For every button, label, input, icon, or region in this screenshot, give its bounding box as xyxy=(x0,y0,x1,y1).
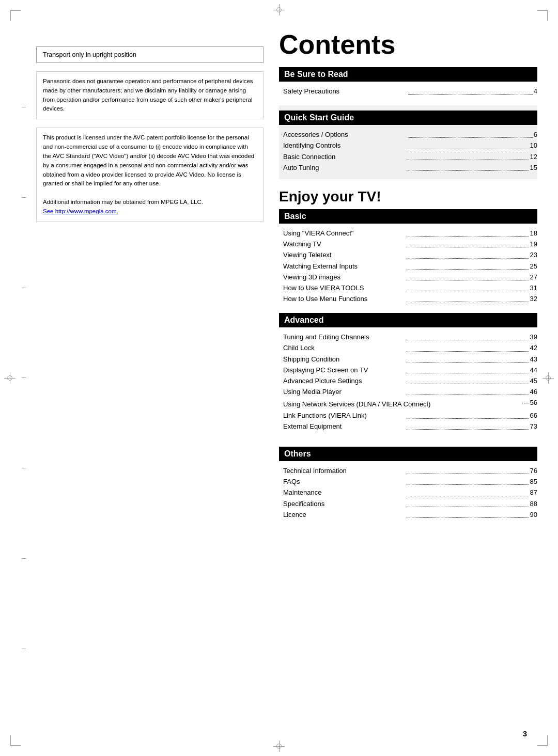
toc-page: 18 xyxy=(530,229,537,238)
avc-additional-text: Additional information may be obtained f… xyxy=(43,199,203,205)
avc-notice-text: This product is licensed under the AVC p… xyxy=(43,134,254,186)
toc-shipping-condition: Shipping Condition 43 xyxy=(283,355,537,364)
toc-dots xyxy=(407,499,529,507)
toc-watching-external: Watching External Inputs 25 xyxy=(283,262,537,271)
advanced-header: Advanced xyxy=(279,313,537,327)
toc-dots xyxy=(407,488,529,496)
advanced-items: Tuning and Editing Channels 39 Child Loc… xyxy=(279,333,537,431)
panasonic-notice-box: Panasonic does not guarantee operation a… xyxy=(36,71,264,119)
toc-dots xyxy=(407,273,529,280)
toc-viera-tools: How to Use VIERA TOOLS 31 xyxy=(283,284,537,293)
toc-label: How to Use Menu Functions xyxy=(283,294,406,304)
toc-viewing-3d: Viewing 3D images 27 xyxy=(283,273,537,282)
quick-start-items: Accessories / Options 6 Identifying Cont… xyxy=(279,130,537,172)
toc-dots xyxy=(407,355,529,363)
toc-dots xyxy=(407,294,529,302)
corner-mark-tr xyxy=(537,10,548,21)
toc-label: Tuning and Editing Channels xyxy=(283,333,406,342)
reg-mark-right xyxy=(542,372,554,384)
toc-page: 46 xyxy=(530,387,537,397)
toc-dots xyxy=(407,477,529,485)
toc-advanced-picture: Advanced Picture Settings 45 xyxy=(283,376,537,386)
enjoy-title: Enjoy your TV! xyxy=(279,188,537,205)
panasonic-notice-text: Panasonic does not guarantee operation a… xyxy=(43,78,253,112)
toc-label: Link Functions (VIERA Link) xyxy=(283,411,406,420)
toc-dots xyxy=(407,466,529,474)
transport-text: Transport only in upright position xyxy=(43,51,136,58)
toc-page: 85 xyxy=(530,477,537,486)
toc-dots xyxy=(407,422,529,430)
toc-dots-short: ···· xyxy=(521,398,529,407)
toc-label: Using Network Services (DLNA / VIERA Con… xyxy=(283,398,520,409)
toc-dots xyxy=(407,262,529,270)
others-header: Others xyxy=(279,447,537,461)
toc-page: 27 xyxy=(530,273,537,282)
toc-label: Using "VIERA Connect" xyxy=(283,229,406,238)
toc-child-lock: Child Lock 42 xyxy=(283,343,537,353)
toc-dots xyxy=(407,229,529,237)
toc-label: Auto Tuning xyxy=(283,163,406,172)
corner-mark-br xyxy=(537,735,548,746)
toc-label: Specifications xyxy=(283,499,406,509)
toc-technical-info: Technical Information 76 xyxy=(283,466,537,476)
toc-page: 56 xyxy=(530,398,537,409)
toc-viera-connect: Using "VIERA Connect" 18 xyxy=(283,229,537,238)
toc-page: 25 xyxy=(530,262,537,271)
toc-faqs: FAQs 85 xyxy=(283,477,537,486)
toc-page: 90 xyxy=(530,510,537,519)
toc-dots xyxy=(407,411,529,419)
transport-box: Transport only in upright position xyxy=(36,46,264,63)
basic-items: Using "VIERA Connect" 18 Watching TV 19 … xyxy=(279,229,537,304)
others-section: Others Technical Information 76 FAQs 85 … xyxy=(279,447,537,519)
toc-label: Licence xyxy=(283,510,406,519)
toc-label: Shipping Condition xyxy=(283,355,406,364)
toc-page: 88 xyxy=(530,499,537,509)
toc-page: 6 xyxy=(534,130,537,139)
toc-page: 4 xyxy=(534,87,537,96)
toc-viewing-teletext: Viewing Teletext 23 xyxy=(283,250,537,260)
toc-page: 39 xyxy=(530,333,537,342)
toc-label: Basic Connection xyxy=(283,152,406,162)
toc-dots xyxy=(407,510,529,518)
toc-watching-tv: Watching TV 19 xyxy=(283,240,537,249)
toc-specifications: Specifications 88 xyxy=(283,499,537,509)
quick-start-header: Quick Start Guide xyxy=(279,111,537,125)
toc-page: 43 xyxy=(530,355,537,364)
toc-accessories: Accessories / Options 6 xyxy=(283,130,537,139)
toc-dots xyxy=(407,152,529,160)
right-column: Contents Be Sure to Read Safety Precauti… xyxy=(279,31,537,529)
toc-label: Watching TV xyxy=(283,240,406,249)
toc-page: 15 xyxy=(530,163,537,172)
toc-dots xyxy=(407,333,529,340)
toc-dots xyxy=(407,284,529,291)
toc-label: Using Media Player xyxy=(283,387,406,397)
toc-network-services: Using Network Services (DLNA / VIERA Con… xyxy=(283,398,537,409)
basic-section: Basic Using "VIERA Connect" 18 Watching … xyxy=(279,209,537,304)
toc-media-player: Using Media Player 46 xyxy=(283,387,537,397)
toc-dots xyxy=(408,87,532,94)
toc-dots xyxy=(407,250,529,258)
toc-label: Maintenance xyxy=(283,488,406,497)
toc-external-equipment: External Equipment 73 xyxy=(283,422,537,431)
toc-displaying-pc: Displaying PC Screen on TV 44 xyxy=(283,366,537,375)
toc-page: 42 xyxy=(530,343,537,353)
toc-label: How to Use VIERA TOOLS xyxy=(283,284,406,293)
toc-page: 45 xyxy=(530,376,537,386)
toc-licence: Licence 90 xyxy=(283,510,537,519)
toc-page: 12 xyxy=(530,152,537,162)
avc-link[interactable]: See http://www.mpegla.com. xyxy=(43,208,118,214)
toc-page: 66 xyxy=(530,411,537,420)
toc-label: FAQs xyxy=(283,477,406,486)
toc-auto-tuning: Auto Tuning 15 xyxy=(283,163,537,172)
toc-page: 73 xyxy=(530,422,537,431)
toc-tuning-editing: Tuning and Editing Channels 39 xyxy=(283,333,537,342)
toc-label: Technical Information xyxy=(283,466,406,476)
toc-dots xyxy=(407,141,529,149)
page-title: Contents xyxy=(279,31,537,58)
toc-label: Advanced Picture Settings xyxy=(283,376,406,386)
toc-page: 23 xyxy=(530,250,537,260)
toc-dots xyxy=(407,240,529,247)
toc-basic-connection: Basic Connection 12 xyxy=(283,152,537,162)
advanced-section: Advanced Tuning and Editing Channels 39 … xyxy=(279,313,537,431)
toc-label: External Equipment xyxy=(283,422,406,431)
